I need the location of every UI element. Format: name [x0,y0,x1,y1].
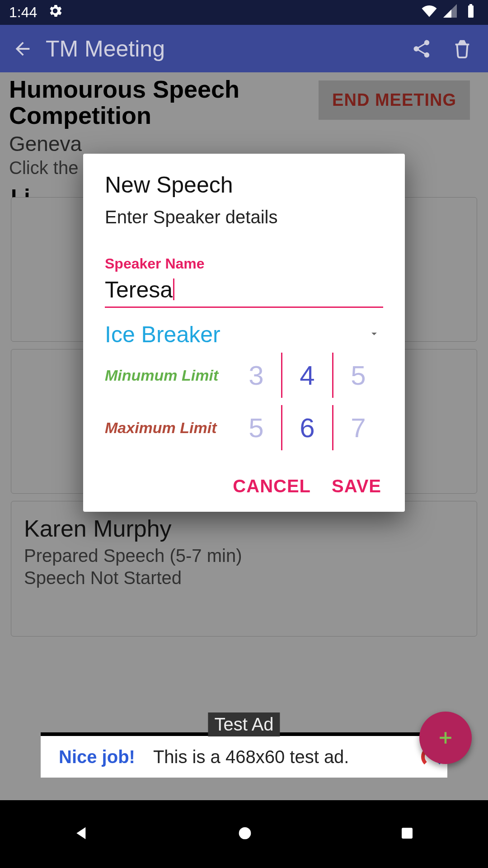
svg-point-0 [239,827,251,840]
speaker-name-input[interactable]: Teresa [105,272,383,308]
picker-next: 5 [333,360,383,391]
picker-selected: 6 [282,412,332,443]
text-caret [173,278,174,300]
min-limit-picker[interactable]: 3 4 5 [231,350,383,400]
picker-next: 7 [333,412,383,443]
dialog-title: New Speech [105,172,383,198]
min-limit-label: Minumum Limit [105,367,231,384]
android-nav-bar [0,800,488,868]
picker-prev: 3 [231,360,281,391]
max-limit-label: Maximum Limit [105,419,231,437]
speaker-name-value: Teresa [105,277,173,302]
speech-type-value: Ice Breaker [105,321,221,348]
nav-back-button[interactable] [73,824,91,844]
chevron-down-icon [368,327,380,342]
nav-home-button[interactable] [236,824,254,844]
speech-type-dropdown[interactable]: Ice Breaker [105,318,383,349]
dialog-container: New Speech Enter Speaker details Speaker… [0,0,488,868]
svg-rect-1 [402,828,413,839]
speaker-name-label: Speaker Name [105,255,383,272]
new-speech-dialog: New Speech Enter Speaker details Speaker… [83,154,405,512]
cancel-button[interactable]: CANCEL [233,476,311,496]
picker-prev: 5 [231,412,281,443]
max-limit-picker[interactable]: 5 6 7 [231,403,383,453]
dialog-subtitle: Enter Speaker details [105,207,383,227]
picker-selected: 4 [282,360,332,391]
save-button[interactable]: SAVE [332,476,381,496]
nav-recent-button[interactable] [399,825,415,843]
